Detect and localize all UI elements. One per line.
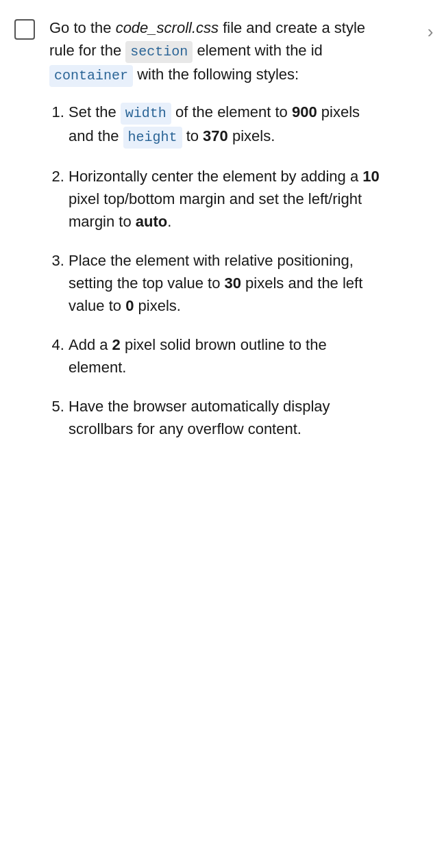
chevron-icon: › bbox=[428, 19, 434, 45]
intro-text-part1: Go to the bbox=[49, 19, 116, 36]
list-item-2: Horizontally center the element by addin… bbox=[69, 165, 382, 233]
list-item-1: Set the width of the element to 900 pixe… bbox=[69, 101, 382, 149]
container-tag: container bbox=[49, 65, 133, 87]
intro-text-part3: element with the id bbox=[193, 42, 323, 59]
intro-paragraph: Go to the code_scroll.css file and creat… bbox=[49, 16, 382, 87]
width-tag: width bbox=[121, 103, 171, 125]
item5-text: Have the browser automatically display s… bbox=[69, 398, 330, 437]
content-area: Go to the code_scroll.css file and creat… bbox=[49, 14, 417, 440]
list-item-3: Place the element with relative position… bbox=[69, 249, 382, 317]
item3-text: Place the element with relative position… bbox=[69, 252, 362, 314]
filename-text: code_scroll.css bbox=[116, 19, 219, 36]
item1-text1: Set the bbox=[69, 103, 121, 120]
section-tag: section bbox=[125, 41, 193, 63]
card-container: Go to the code_scroll.css file and creat… bbox=[0, 0, 444, 868]
height-tag: height bbox=[123, 127, 182, 149]
instructions-list: Set the width of the element to 900 pixe… bbox=[49, 101, 382, 440]
item1-text3: to 370 pixels. bbox=[182, 127, 275, 144]
checkbox[interactable] bbox=[14, 19, 35, 40]
intro-text-part4: with the following styles: bbox=[133, 66, 299, 83]
chevron-area[interactable]: › bbox=[417, 14, 444, 45]
item4-text: Add a 2 pixel solid brown outline to the… bbox=[69, 336, 327, 376]
item2-text: Horizontally center the element by addin… bbox=[69, 168, 380, 230]
list-item-5: Have the browser automatically display s… bbox=[69, 395, 382, 440]
list-item-4: Add a 2 pixel solid brown outline to the… bbox=[69, 333, 382, 379]
checkbox-area bbox=[0, 14, 49, 40]
